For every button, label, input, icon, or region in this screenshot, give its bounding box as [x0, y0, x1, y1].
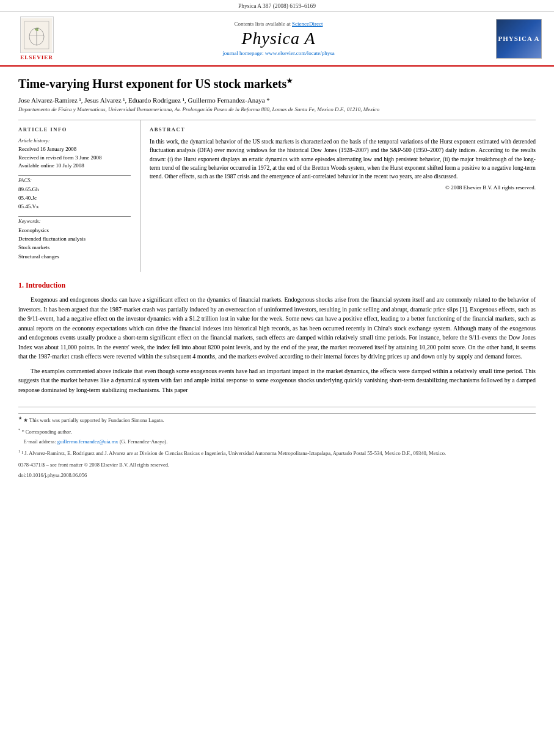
received-date-1: Received 16 January 2008: [18, 145, 131, 154]
journal-header: 🌿 ELSEVIER Contents lists available at S…: [0, 12, 554, 67]
doi-line: doi:10.1016/j.physa.2008.06.056: [18, 471, 536, 480]
citation-text: Physica A 387 (2008) 6159–6169: [238, 3, 316, 9]
journal-center: Contents lists available at ScienceDirec…: [67, 21, 490, 56]
pacs-label: PACS:: [18, 177, 131, 183]
footnote-corresponding-line: * * Corresponding author.: [18, 427, 536, 436]
journal-homepage-line: journal homepage: www.elsevier.com/locat…: [222, 50, 334, 56]
keyword-4: Structural changes: [18, 252, 131, 261]
footnote-affiliation-line: 1 ¹ J. Alvarez-Ramirez, E. Rodriguez and…: [18, 448, 536, 457]
keywords-label: Keywords:: [18, 218, 131, 224]
pacs-values: 89.65.Gh 05.40.Jc 05.45.Vx: [18, 185, 131, 211]
abstract-column: ABSTRACT In this work, the dynamical beh…: [140, 120, 536, 272]
abstract-text: In this work, the dynamical behavior of …: [150, 137, 536, 192]
intro-paragraph-1: Exogenous and endogenous shocks can have…: [18, 295, 536, 362]
authors-line: Jose Alvarez-Ramirez ¹, Jesus Alvarez ¹,…: [18, 96, 536, 104]
elsevier-logo: 🌿 ELSEVIER: [12, 16, 61, 60]
author-email[interactable]: guillermo.fernandez@uia.mx: [57, 438, 118, 445]
sciencedirect-link[interactable]: ScienceDirect: [292, 21, 323, 27]
available-online-date: Available online 10 July 2008: [18, 162, 131, 170]
contents-available-line: Contents lists available at ScienceDirec…: [235, 21, 323, 27]
issn-line: 0378-4371/$ – see front matter © 2008 El…: [18, 461, 536, 470]
intro-paragraph-2: The examples commented above indicate th…: [18, 366, 536, 395]
info-abstract-section: ARTICLE INFO Article history: Received 1…: [18, 120, 536, 272]
keywords-values: Econophysics Detrended fluctuation analy…: [18, 226, 131, 261]
physica-logo: PHYSICA A: [496, 19, 542, 59]
divider-1: [18, 175, 131, 176]
affiliation-line: Departamento de Fisica y Matematicas, Un…: [18, 106, 536, 112]
copyright-notice: © 2008 Elsevier B.V. All rights reserved…: [150, 184, 536, 192]
journal-citation-bar: Physica A 387 (2008) 6159–6169: [0, 0, 554, 12]
article-history: Article history: Received 16 January 200…: [18, 137, 131, 170]
article-title: Time-varying Hurst exponent for US stock…: [18, 76, 536, 92]
article-info-label: ARTICLE INFO: [18, 126, 131, 133]
keyword-3: Stock markets: [18, 243, 131, 252]
received-revised-date: Received in revised form 3 June 2008: [18, 154, 131, 162]
main-content: Time-varying Hurst exponent for US stock…: [0, 67, 554, 493]
elsevier-logo-image: 🌿: [20, 16, 54, 53]
keywords-section: Keywords: Econophysics Detrended fluctua…: [18, 218, 131, 261]
footnote-star-line: ★ ★ This work was partially supported by…: [18, 415, 536, 424]
introduction-section: 1. Introduction Exogenous and endogenous…: [18, 281, 536, 394]
journal-name: Physica A: [241, 29, 315, 48]
article-info-column: ARTICLE INFO Article history: Received 1…: [18, 120, 140, 272]
pacs-item-2: 05.40.Jc: [18, 194, 131, 202]
history-label: Article history:: [18, 137, 131, 144]
section-title-intro: 1. Introduction: [18, 281, 536, 290]
keyword-1: Econophysics: [18, 226, 131, 234]
footnote-email-line: E-mail address: guillermo.fernandez@uia.…: [18, 438, 536, 446]
elsevier-brand-text: ELSEVIER: [20, 54, 53, 60]
divider-2: [18, 216, 131, 217]
title-footnote-marker: ★: [286, 77, 293, 84]
pacs-section: PACS: 89.65.Gh 05.40.Jc 05.45.Vx: [18, 177, 131, 211]
footnotes-section: ★ ★ This work was partially supported by…: [18, 407, 536, 479]
pacs-item-3: 05.45.Vx: [18, 202, 131, 211]
abstract-label: ABSTRACT: [150, 126, 536, 133]
pacs-item-1: 89.65.Gh: [18, 185, 131, 194]
journal-homepage-link[interactable]: www.elsevier.com/locate/physa: [265, 50, 335, 56]
footer-divider: [18, 413, 536, 414]
keyword-2: Detrended fluctuation analysis: [18, 234, 131, 243]
